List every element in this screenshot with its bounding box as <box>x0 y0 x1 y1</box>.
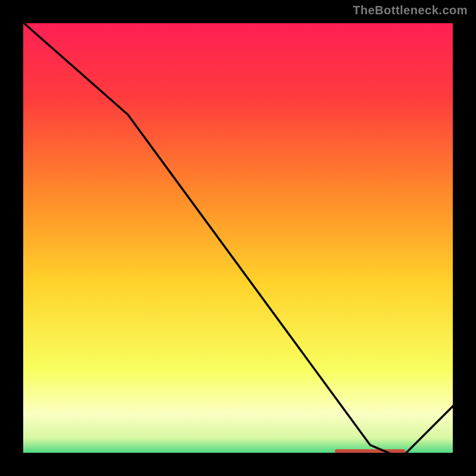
chart-frame: TheBottleneck.com <box>0 0 476 476</box>
watermark-text: TheBottleneck.com <box>353 4 468 17</box>
chart-svg <box>18 18 458 458</box>
gradient-background <box>18 18 458 458</box>
